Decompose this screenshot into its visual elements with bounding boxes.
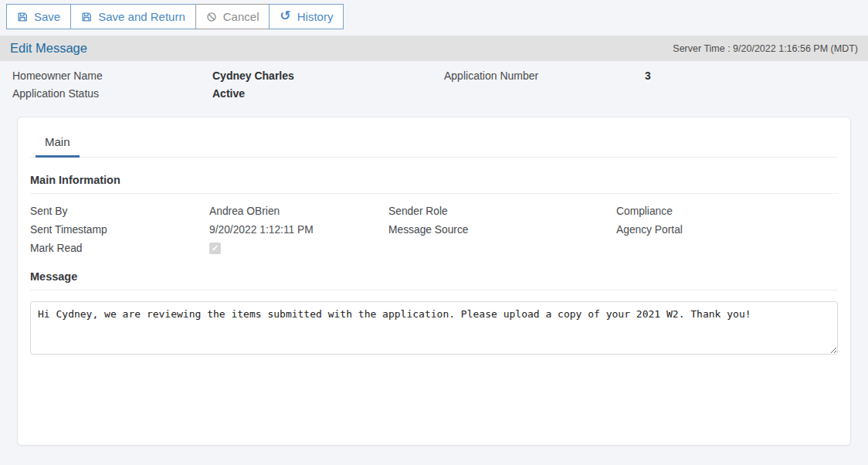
toolbar-button-group: Save Save and Return Cancel ↺: [6, 4, 344, 29]
tab-main[interactable]: Main: [36, 133, 80, 158]
sent-timestamp-value: 9/20/2022 1:12:11 PM: [209, 224, 388, 236]
sent-timestamp-label: Sent Timestamp: [30, 224, 209, 236]
server-time: Server Time : 9/20/2022 1:16:56 PM (MDT): [673, 43, 858, 54]
save-and-return-button[interactable]: Save and Return: [70, 4, 196, 29]
cancel-button-label: Cancel: [223, 10, 259, 23]
message-source-label: Message Source: [388, 224, 616, 236]
application-status-label: Application Status: [12, 87, 212, 100]
application-summary: Homeowner Name Cydney Charles Applicatio…: [0, 61, 868, 100]
toolbar: Save Save and Return Cancel ↺: [0, 0, 868, 36]
tab-bar: Main: [30, 117, 838, 158]
sender-role-value: Compliance: [616, 205, 838, 217]
history-button-label: History: [297, 10, 334, 23]
page-title: Edit Message: [10, 41, 87, 56]
save-button[interactable]: Save: [6, 4, 71, 29]
message-heading: Message: [30, 270, 838, 290]
sender-role-label: Sender Role: [388, 205, 616, 217]
cancel-button[interactable]: Cancel: [195, 4, 270, 29]
homeowner-name-label: Homeowner Name: [12, 70, 212, 82]
cancel-icon: [206, 12, 217, 22]
mark-read-checkbox[interactable]: ✓: [209, 243, 221, 254]
main-information-fields: Sent By Andrea OBrien Sender Role Compli…: [30, 205, 838, 254]
main-information-heading: Main Information: [30, 174, 838, 194]
homeowner-name-value: Cydney Charles: [212, 70, 444, 82]
application-number-value: 3: [645, 70, 868, 82]
message-source-value: Agency Portal: [616, 224, 838, 236]
edit-message-card: Main Main Information Sent By Andrea OBr…: [17, 117, 851, 446]
save-button-label: Save: [34, 10, 60, 23]
sent-by-label: Sent By: [30, 205, 209, 217]
sent-by-value: Andrea OBrien: [209, 205, 388, 217]
save-icon: [81, 12, 92, 22]
mark-read-label: Mark Read: [30, 243, 209, 254]
message-textarea[interactable]: Hi Cydney, we are reviewing the items su…: [30, 301, 838, 355]
application-number-label: Application Number: [444, 70, 645, 82]
page-header-bar: Edit Message Server Time : 9/20/2022 1:1…: [0, 36, 868, 61]
history-icon: ↺: [280, 9, 290, 22]
application-status-value: Active: [212, 87, 444, 100]
save-and-return-button-label: Save and Return: [98, 10, 185, 23]
history-button[interactable]: ↺ History: [269, 4, 344, 29]
save-icon: [17, 12, 28, 22]
